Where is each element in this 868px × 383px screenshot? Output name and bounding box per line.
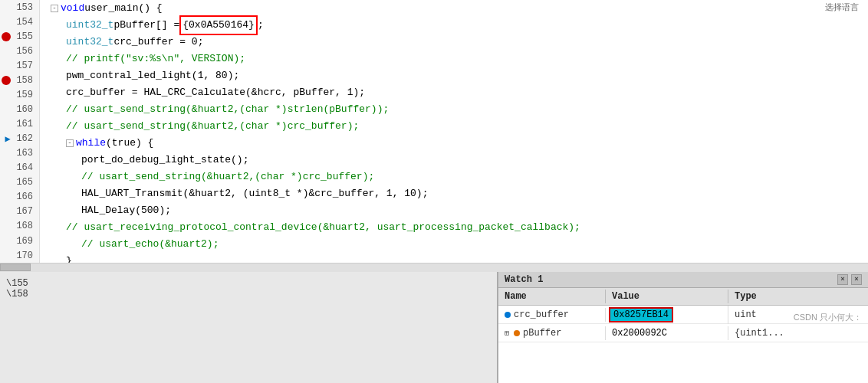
gutter-row: ▶162: [0, 132, 39, 146]
highlighted-watch-value: 0x8257EB14: [609, 307, 673, 322]
code-token: }: [66, 253, 72, 263]
console-line: \158: [6, 289, 491, 300]
editor-wrapper: 153154155156157158159160161▶162163164165…: [0, 0, 868, 272]
watch-panel-title: Watch 1: [505, 274, 543, 285]
code-token: pBuffer[] =: [113, 17, 179, 34]
line-number: 155: [12, 31, 36, 42]
comment-token: // usart_receiving_protocol_contral_devi…: [66, 219, 580, 236]
watch-cell-value: 0x8257EB14: [606, 306, 728, 324]
code-line: // usart_send_string(&huart2,(char *)str…: [40, 101, 868, 118]
code-token: crc_buffer = 0;: [113, 34, 203, 51]
line-number: 164: [15, 162, 36, 173]
code-token: HAL_UART_Transmit(&huart2, (uint8_t *)&c…: [81, 185, 428, 202]
editor-main: 153154155156157158159160161▶162163164165…: [0, 0, 868, 263]
code-line: // usart_receiving_protocol_contral_devi…: [40, 219, 868, 236]
watch-col-value-header: Value: [606, 290, 728, 303]
code-line: uint32_t crc_buffer = 0;: [40, 34, 868, 51]
code-token: ;: [258, 17, 264, 34]
code-line: pwm_contral_led_light(1, 80);: [40, 67, 868, 84]
keyword-token: void: [61, 0, 84, 17]
watch-cell-value: 0x2000092C: [606, 326, 728, 340]
watch-close-btn-2[interactable]: ×: [851, 274, 862, 285]
keyword-token: while: [76, 135, 106, 152]
gutter-row: 156: [0, 44, 39, 58]
line-number: 158: [12, 75, 36, 86]
comment-token: // usart_echo(&huart2);: [81, 236, 219, 253]
line-number: 166: [15, 192, 36, 202]
line-number: 160: [15, 104, 36, 115]
highlighted-value-token: {0x0A550164}: [179, 15, 258, 35]
line-number: 157: [15, 61, 36, 71]
gutter-row: 168: [0, 219, 39, 234]
gutter-row: 157: [0, 58, 39, 73]
line-number: 168: [15, 221, 36, 231]
gutter-row: 154: [0, 15, 39, 29]
variable-name: pBuffer: [523, 328, 561, 339]
gutter-row: 166: [0, 190, 39, 205]
watch-row[interactable]: ⊞pBuffer0x2000092C{uint1...: [498, 324, 868, 342]
line-number: 165: [15, 177, 36, 188]
gutter-row: 160: [0, 102, 39, 116]
code-token: pwm_contral_led_light(1, 80);: [66, 67, 239, 84]
line-number: 159: [15, 90, 36, 100]
watermark: CSDN 只小何大：: [794, 312, 862, 323]
gutter-row: 158: [0, 73, 39, 87]
watch-table-header: Name Value Type: [498, 288, 868, 306]
code-token: HAL_Delay(500);: [81, 202, 171, 219]
code-line: -while (true) {: [40, 135, 868, 152]
gutter-row: 159: [0, 87, 39, 102]
code-line: HAL_Delay(500);: [40, 202, 868, 219]
type-token: uint32_t: [66, 34, 113, 51]
collapse-icon[interactable]: -: [51, 5, 58, 12]
gutter-row: 165: [0, 175, 39, 190]
language-label: 选择语言: [825, 2, 859, 13]
blue-dot: [505, 312, 511, 318]
code-line: // printf("sv:%s\n", VERSION);: [40, 51, 868, 67]
watch-close-btn-1[interactable]: ×: [837, 274, 848, 285]
line-number: 170: [15, 250, 36, 261]
line-number: 162: [15, 133, 36, 144]
watch-close-buttons: × ×: [837, 274, 862, 285]
code-line: }: [40, 253, 868, 263]
gutter-row: 153: [0, 0, 39, 15]
h-scrollbar[interactable]: [0, 263, 868, 272]
breakpoint-indicator[interactable]: [2, 32, 11, 41]
breakpoint-indicator[interactable]: [2, 76, 11, 85]
line-number: 161: [15, 119, 36, 129]
watch-panel: Watch 1 × × Name Value Type crc_buffer0x…: [498, 272, 868, 383]
watch-col-type-header: Type: [728, 290, 868, 303]
watch-cell-type: {uint1...: [728, 326, 868, 340]
watch-cell-name: crc_buffer: [498, 308, 606, 322]
type-token: uint32_t: [66, 17, 113, 34]
gutter-row: 167: [0, 205, 39, 219]
bottom-left-panel: \155\158: [0, 272, 498, 383]
watch-col-name-header: Name: [498, 290, 606, 303]
line-number: 154: [15, 17, 36, 28]
code-token: user_main() {: [84, 0, 162, 17]
code-token: crc_buffer = HAL_CRC_Calculate(&hcrc, pB…: [66, 84, 365, 101]
comment-token: // usart_send_string(&huart2,(char *)crc…: [81, 169, 374, 185]
code-token: port_do_debug_light_state();: [81, 152, 248, 169]
line-number: 163: [15, 148, 36, 159]
console-line: \155: [6, 278, 491, 289]
code-line: // usart_send_string(&huart2,(char *)crc…: [40, 118, 868, 135]
line-gutter: 153154155156157158159160161▶162163164165…: [0, 0, 40, 263]
watch-cell-name: ⊞pBuffer: [498, 326, 606, 340]
expand-icon[interactable]: ⊞: [505, 329, 509, 338]
gutter-row: 169: [0, 234, 39, 248]
arrow-indicator: ▶: [2, 133, 14, 145]
h-scrollbar-thumb[interactable]: [0, 264, 31, 271]
code-line: // usart_send_string(&huart2,(char *)crc…: [40, 169, 868, 185]
code-line: crc_buffer = HAL_CRC_Calculate(&hcrc, pB…: [40, 84, 868, 101]
watch-value: 0x2000092C: [609, 327, 670, 339]
gutter-row: 155: [0, 29, 39, 44]
code-line: port_do_debug_light_state();: [40, 152, 868, 169]
watch-panel-header: Watch 1 × ×: [498, 272, 868, 288]
gutter-row: 164: [0, 161, 39, 175]
code-token: (true) {: [106, 135, 153, 152]
code-area[interactable]: 选择语言 -void user_main() {uint32_t pBuffer…: [40, 0, 868, 263]
gutter-row: 170: [0, 248, 39, 263]
orange-dot: [514, 330, 520, 336]
collapse-icon[interactable]: -: [66, 139, 74, 147]
gutter-row: 161: [0, 117, 39, 132]
